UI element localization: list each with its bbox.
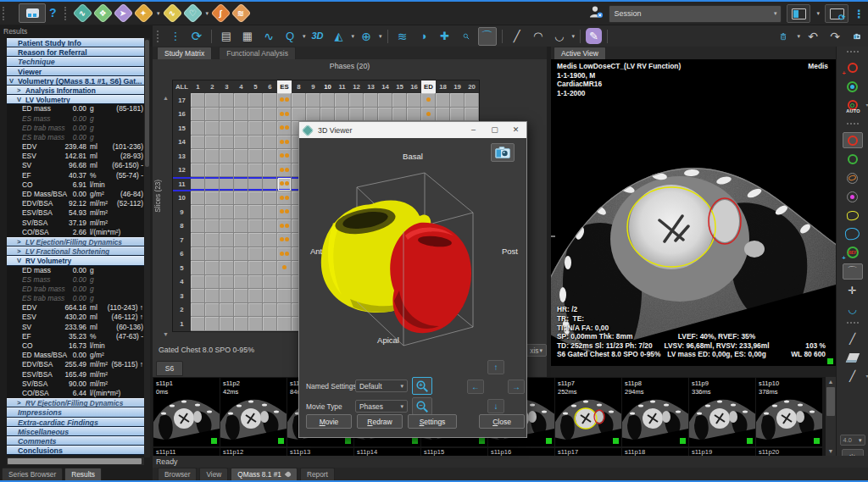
- thumbnail-s11p2[interactable]: s11p242ms: [220, 378, 287, 446]
- matrix-cell-s4-6[interactable]: [263, 275, 277, 290]
- matrix-cell-s4-3[interactable]: [220, 275, 234, 290]
- matrix-cell-s15-5[interactable]: [248, 121, 263, 136]
- matrix-cell-s16-10[interactable]: [320, 108, 335, 122]
- tab-study-matrix[interactable]: Study Matrix: [157, 47, 212, 59]
- toolbar-menu-icon[interactable]: ⋮: [166, 27, 185, 46]
- phase-column-header-18[interactable]: 18: [436, 80, 450, 93]
- phase-column-header-19[interactable]: 19: [450, 80, 465, 93]
- matrix-cell-s15-1[interactable]: [191, 121, 205, 136]
- measure-line-icon[interactable]: ╱▾: [843, 368, 863, 384]
- matrix-cell-s2-4[interactable]: [234, 303, 248, 318]
- matrix-cell-s12-1[interactable]: [191, 163, 205, 178]
- thumbnail-s11p11[interactable]: s11p11: [153, 448, 220, 456]
- help-button[interactable]: ?: [49, 6, 57, 19]
- blue-roi-icon[interactable]: [843, 226, 863, 241]
- phase-column-header-13[interactable]: 13: [364, 80, 378, 93]
- matrix-cell-s1-5[interactable]: [248, 317, 263, 331]
- matrix-cell-s8-es[interactable]: [277, 219, 292, 234]
- matrix-cell-s2-es[interactable]: [277, 303, 292, 318]
- matrix-cell-s14-1[interactable]: [191, 136, 205, 150]
- matrix-cell-s6-1[interactable]: [191, 247, 205, 262]
- matrix-cell-s17-6[interactable]: [263, 93, 277, 108]
- matrix-cell-s5-1[interactable]: [191, 261, 205, 275]
- results-vertical-scrollbar[interactable]: [144, 38, 150, 457]
- result-section-lv-fractional-shortening[interactable]: >LV Fractional Shortening: [7, 247, 144, 256]
- movie-button[interactable]: Movie: [306, 414, 352, 429]
- reset-layout-button[interactable]: ⟳: [825, 4, 849, 23]
- matrix-cell-s11-5[interactable]: [248, 177, 263, 191]
- marker-point-icon[interactable]: [843, 189, 863, 204]
- matrix-cell-s9-2[interactable]: [205, 205, 220, 219]
- right-toolbar-grip[interactable]: [847, 51, 859, 55]
- matrix-cell-s17-15[interactable]: [392, 93, 407, 108]
- lv-epi-contour-icon[interactable]: [843, 152, 863, 167]
- slice-row-header-13[interactable]: 13: [173, 149, 191, 163]
- workspace-tab-qmass-8-1-1[interactable]: QMass 8.1 #1: [231, 468, 298, 480]
- matrix-cell-s17-ed[interactable]: [421, 93, 436, 108]
- matrix-cell-s4-2[interactable]: [205, 275, 220, 290]
- matrix-cell-s17-13[interactable]: [364, 93, 378, 108]
- matrix-cell-s16-15[interactable]: [392, 108, 407, 122]
- slice-row-header-7[interactable]: 7: [173, 233, 191, 247]
- thumbnail-s11p9[interactable]: s11p9336ms: [689, 378, 755, 446]
- matrix-cell-s16-11[interactable]: [335, 108, 349, 122]
- matrix-cell-s3-1[interactable]: [191, 289, 205, 303]
- matrix-cell-s17-14[interactable]: [378, 93, 392, 108]
- thumbnail-s11p18[interactable]: s11p18: [622, 448, 688, 456]
- rotate-up-button[interactable]: ↑: [487, 360, 504, 374]
- arc-draw-icon[interactable]: ⌒: [843, 263, 863, 280]
- matrix-cell-s14-5[interactable]: [248, 136, 263, 150]
- zoom-out-button[interactable]: −: [412, 397, 432, 415]
- spline-tool-icon[interactable]: ⌒: [478, 27, 497, 46]
- thumbnail-s11p1[interactable]: s11p10ms: [153, 378, 220, 446]
- slice-row-header-4[interactable]: 4: [173, 275, 191, 290]
- result-section-extra-cardiac-findings[interactable]: Extra-cardiac Findings: [7, 418, 144, 427]
- matrix-cell-s13-6[interactable]: [263, 149, 277, 163]
- yellow-roi-icon[interactable]: [843, 208, 863, 223]
- toolbar-grip[interactable]: [157, 30, 161, 42]
- layers-icon[interactable]: ≋: [393, 27, 412, 46]
- phase-column-header-20[interactable]: 20: [465, 80, 479, 93]
- slice-row-header-2[interactable]: 2: [173, 303, 191, 318]
- slice-row-header-14[interactable]: 14: [173, 136, 191, 150]
- phase-column-header-9[interactable]: 9: [306, 80, 320, 93]
- workspace-tab-report[interactable]: Report: [300, 468, 335, 480]
- matrix-cell-s8-5[interactable]: [248, 219, 263, 234]
- matrix-cell-s6-3[interactable]: [220, 247, 234, 262]
- matrix-cell-s4-1[interactable]: [191, 275, 205, 290]
- result-section-conclusions[interactable]: Conclusions: [7, 446, 144, 455]
- matrix-cell-s11-es[interactable]: [277, 177, 292, 191]
- matrix-cell-s11-4[interactable]: [234, 177, 248, 191]
- undo-icon[interactable]: ↶: [804, 27, 822, 46]
- tab-series-browser[interactable]: Series Browser: [2, 468, 63, 480]
- matrix-cell-s16-9[interactable]: [306, 108, 320, 122]
- phase-column-header-11[interactable]: 11: [335, 80, 349, 93]
- matrix-cell-s5-es[interactable]: [277, 261, 292, 275]
- matrix-cell-s4-es[interactable]: [277, 275, 292, 290]
- matrix-cell-s13-3[interactable]: [220, 149, 234, 163]
- medis-app-yellow-icon[interactable]: ∿: [162, 3, 182, 23]
- ruler-tool-icon[interactable]: ╱: [508, 27, 526, 46]
- phase-column-header-8[interactable]: 8: [292, 80, 306, 93]
- matrix-cell-s16-12[interactable]: [349, 108, 364, 122]
- 3d-viewer-title-bar[interactable]: 3D Viewer – ▢ ✕: [299, 122, 526, 138]
- matrix-cell-s15-6[interactable]: [263, 121, 277, 136]
- thumbnail-s11p7[interactable]: s11p7252ms: [555, 378, 621, 446]
- matrix-cell-s17-8[interactable]: [292, 93, 306, 108]
- matrix-cell-s13-4[interactable]: [234, 149, 248, 163]
- matrix-cell-s12-es[interactable]: [277, 163, 292, 178]
- chevron-down-icon[interactable]: ▾: [379, 33, 382, 40]
- medis-app-orange-icon[interactable]: ∫: [211, 3, 231, 23]
- result-section-volumetry-qmass-8-1-1-s6-gat[interactable]: VVolumetry (QMass 8.1 #1, S6) Gat...: [7, 76, 144, 86]
- thumbnail-scrollbar[interactable]: ▲▼: [826, 377, 836, 456]
- matrix-cell-s10-5[interactable]: [248, 191, 263, 206]
- workspace-tab-view[interactable]: View: [199, 468, 228, 480]
- slice-row-header-12[interactable]: 12: [173, 163, 191, 178]
- globe-view-icon[interactable]: ⊕: [357, 27, 376, 46]
- matrix-cell-s9-6[interactable]: [263, 205, 277, 219]
- slice-row-header-16[interactable]: 16: [173, 108, 191, 122]
- series-tab-s6[interactable]: S6: [156, 361, 183, 376]
- slice-row-header-6[interactable]: 6: [173, 247, 191, 262]
- redraw-button[interactable]: Redraw: [357, 414, 403, 429]
- phase-column-header-5[interactable]: 5: [248, 80, 263, 93]
